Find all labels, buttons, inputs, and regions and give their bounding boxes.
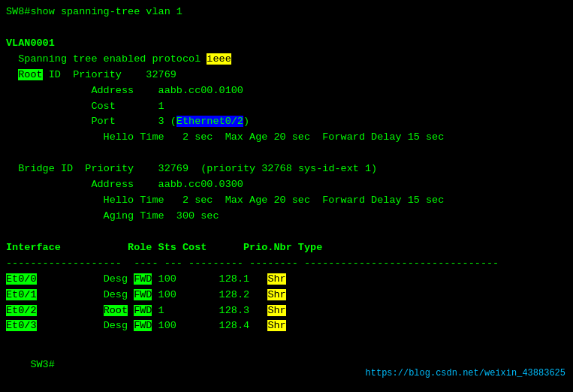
root-port-label: Port bbox=[91, 116, 115, 127]
spanning-text: Spanning tree enabled protocol bbox=[6, 53, 207, 65]
root-hello-line: Hello Time 2 sec Max Age 20 sec Forward … bbox=[6, 130, 567, 146]
table-row: Et0/2 Root FWD 1 128.3 Shr bbox=[6, 303, 567, 319]
bridge-priority-value: 32769 (priority 32768 sys-id-ext 1) bbox=[158, 163, 378, 174]
role-cell: Root bbox=[104, 305, 128, 316]
sts-cell: FWD bbox=[134, 320, 152, 331]
table-row: Et0/1 Desg FWD 100 128.2 Shr bbox=[6, 288, 567, 303]
bridge-address-line: Address aabb.cc00.0300 bbox=[6, 177, 567, 193]
iface-cell: Et0/0 bbox=[6, 273, 37, 285]
root-address-label: Address bbox=[91, 85, 134, 96]
bridge-id-line: Bridge ID Priority 32769 (priority 32768… bbox=[6, 161, 567, 177]
prio-cell: 128.1 bbox=[219, 273, 268, 285]
role-cell: Desg bbox=[104, 273, 128, 285]
root-address-value: aabb.cc00.0100 bbox=[158, 85, 243, 96]
spanning-line: Spanning tree enabled protocol ieee bbox=[6, 52, 567, 68]
id-label: ID bbox=[43, 69, 61, 80]
sts-cell: FWD bbox=[134, 273, 152, 285]
iface-cell: Et0/2 bbox=[6, 305, 37, 316]
type-cell: Shr bbox=[267, 320, 285, 331]
aging-text: Aging Time 300 sec bbox=[91, 210, 219, 222]
url-text: https://blog.csdn.net/weixin_43883625 bbox=[366, 368, 565, 378]
cost-cell: 100 bbox=[158, 320, 219, 331]
sts-cell: FWD bbox=[134, 305, 152, 316]
blank-line-3 bbox=[6, 225, 567, 240]
prio-cell: 128.3 bbox=[219, 305, 268, 316]
root-label: Root bbox=[18, 69, 42, 80]
blank-line-2 bbox=[6, 146, 567, 161]
root-priority-label: Priority bbox=[73, 69, 122, 80]
aging-line: Aging Time 300 sec bbox=[6, 209, 567, 225]
url-line: https://blog.csdn.net/weixin_43883625 bbox=[366, 368, 565, 378]
role-cell: Desg bbox=[104, 320, 128, 331]
cost-cell: 100 bbox=[158, 273, 219, 285]
top-prompt: SW8#show spanning-tree vlan 1 bbox=[6, 5, 567, 20]
sts-cell: FWD bbox=[134, 289, 152, 300]
root-cost-value: 1 bbox=[158, 101, 164, 112]
bottom-prompt-text: SW3# bbox=[30, 359, 54, 370]
table-row: Et0/0 Desg FWD 100 128.1 Shr bbox=[6, 272, 567, 288]
vlan-line: VLAN0001 bbox=[6, 36, 567, 52]
protocol-highlight: ieee bbox=[207, 53, 231, 65]
blank-line-1 bbox=[6, 20, 567, 36]
root-port-pre: 3 ( bbox=[158, 116, 176, 127]
root-priority-value: 32769 bbox=[146, 69, 176, 80]
terminal: SW8#show spanning-tree vlan 1 VLAN0001 S… bbox=[0, 0, 573, 392]
bridge-label: Bridge ID bbox=[18, 163, 73, 174]
type-cell: Shr bbox=[267, 305, 285, 316]
table-row: Et0/3 Desg FWD 100 128.4 Shr bbox=[6, 318, 567, 334]
bridge-hello-text: Hello Time 2 sec Max Age 20 sec Forward … bbox=[91, 194, 444, 206]
vlan-label: VLAN0001 bbox=[6, 38, 55, 49]
root-address-line: Address aabb.cc00.0100 bbox=[6, 83, 567, 99]
table-header: Interface Role Sts Cost Prio.Nbr Type bbox=[6, 240, 567, 256]
prio-cell: 128.2 bbox=[219, 289, 268, 300]
root-cost-line: Cost 1 bbox=[6, 99, 567, 115]
table-header-text: Interface Role Sts Cost Prio.Nbr Type bbox=[6, 242, 322, 253]
iface-cell: Et0/1 bbox=[6, 289, 37, 300]
role-cell: Desg bbox=[104, 289, 128, 300]
cost-cell: 100 bbox=[158, 289, 219, 300]
bridge-hello-line: Hello Time 2 sec Max Age 20 sec Forward … bbox=[6, 193, 567, 209]
root-port-line: Port 3 (Ethernet0/2) bbox=[6, 114, 567, 130]
root-port-post: ) bbox=[243, 116, 249, 127]
cost-cell: 1 bbox=[158, 305, 219, 316]
prompt-text: SW8#show spanning-tree vlan 1 bbox=[6, 6, 182, 17]
table-rows: Et0/0 Desg FWD 100 128.1 ShrEt0/1 Desg F… bbox=[6, 272, 567, 335]
bridge-address-value: aabb.cc00.0300 bbox=[158, 179, 243, 190]
bridge-address-label: Address bbox=[91, 179, 134, 190]
root-hello-text: Hello Time 2 sec Max Age 20 sec Forward … bbox=[91, 131, 444, 143]
separator-line: ------------------- ---- --- --------- -… bbox=[6, 256, 567, 272]
separator-text: ------------------- ---- --- --------- -… bbox=[6, 258, 499, 269]
type-cell: Shr bbox=[267, 289, 285, 300]
root-id-line: Root ID Priority 32769 bbox=[6, 68, 567, 83]
prio-cell: 128.4 bbox=[219, 320, 268, 331]
root-cost-label: Cost bbox=[91, 101, 115, 112]
type-cell: Shr bbox=[267, 273, 285, 285]
bridge-priority-label: Priority bbox=[85, 163, 134, 174]
ethernet-highlight: Ethernet0/2 bbox=[176, 116, 243, 127]
iface-cell: Et0/3 bbox=[6, 320, 37, 331]
bottom-prompt: SW3# bbox=[6, 342, 55, 389]
